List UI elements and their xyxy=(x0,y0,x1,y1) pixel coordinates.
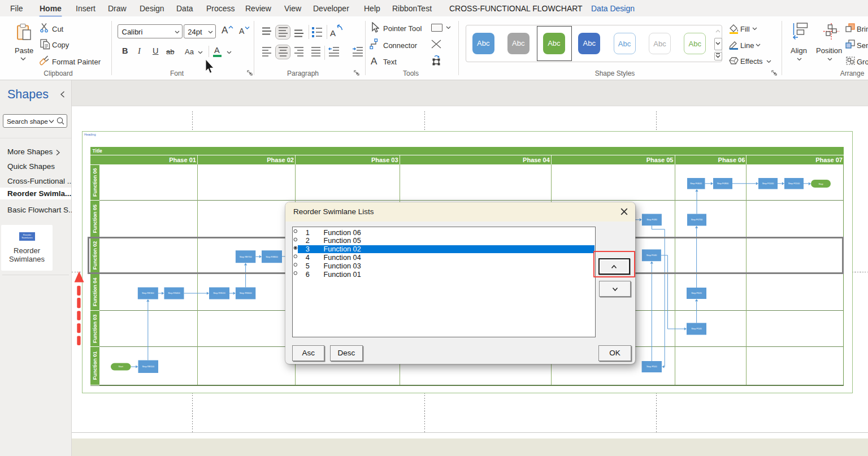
svg-text:Step F1100: Step F1100 xyxy=(788,182,800,185)
svg-text:Step F0800: Step F0800 xyxy=(717,182,729,185)
svg-text:Step RS400: Step RS400 xyxy=(168,292,180,294)
svg-text:Step F500: Step F500 xyxy=(646,365,657,368)
svg-text:Step F620: Step F620 xyxy=(691,292,702,294)
svg-text:Step RE100: Step RE100 xyxy=(142,365,154,368)
svg-text:Step RE300: Step RE300 xyxy=(142,292,154,294)
svg-text:Step RS600: Step RS600 xyxy=(240,292,252,294)
svg-text:Step F1000: Step F1000 xyxy=(762,182,774,185)
svg-text:Step RS520: Step RS520 xyxy=(213,292,225,294)
svg-text:Step F080: Step F080 xyxy=(646,218,657,221)
svg-text:Step F0700: Step F0700 xyxy=(691,218,703,221)
svg-text:Step F540: Step F540 xyxy=(691,327,702,330)
svg-text:Stop: Stop xyxy=(818,183,823,185)
svg-text:Start: Start xyxy=(118,365,123,368)
svg-text:Step F0600: Step F0600 xyxy=(690,182,702,185)
